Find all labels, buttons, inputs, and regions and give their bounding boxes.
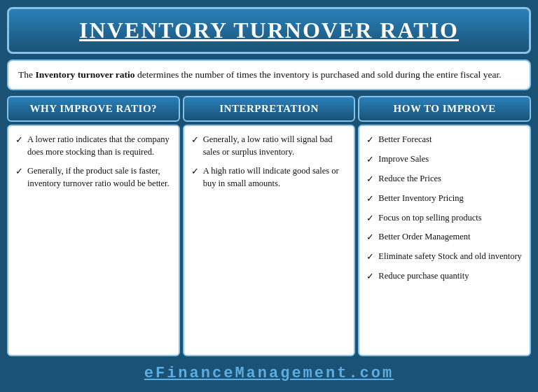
column-headers: WHY IMPROVE RATIO? INTERPRETATION HOW TO… [7,96,531,122]
list-item: ✓Reduce purchase quantity [366,270,523,284]
item-text: Better Forecast [378,133,523,146]
list-item: ✓ Generally, a low ratio will signal bad… [191,133,347,158]
col-body-interpretation: ✓ Generally, a low ratio will signal bad… [183,125,356,356]
title-box: INVENTORY TURNOVER RATIO [7,7,531,54]
checkmark-icon: ✓ [366,270,374,284]
item-text: Focus on top selling products [378,211,523,224]
list-item: ✓Better Forecast [366,133,523,147]
definition-box: The Inventory turnover ratio determines … [7,59,531,90]
item-text: Reduce the Prices [378,172,523,185]
list-item: ✓Focus on top selling products [366,211,523,225]
checkmark-icon: ✓ [366,153,374,167]
list-item: ✓ Generally, if the product sale is fast… [15,164,172,190]
item-text: Better Inventory Pricing [378,192,523,204]
columns-wrapper: WHY IMPROVE RATIO? INTERPRETATION HOW TO… [7,96,531,356]
col-body-howto: ✓Better Forecast✓Improve Sales✓Reduce th… [358,125,531,356]
col-body-why: ✓ A lower ratio indicates that the compa… [7,125,180,356]
col-header-interpretation: INTERPRETATION [183,96,356,122]
checkmark-icon: ✓ [366,251,374,264]
item-text: Better Order Management [378,230,523,243]
item-text: Generally, if the product sale is faster… [27,164,172,190]
list-item: ✓Eliminate safety Stock and old inventor… [366,250,523,264]
page-title: INVENTORY TURNOVER RATIO [16,18,522,43]
footer-text: eFinanceManagement.com [144,365,394,382]
item-text: A lower ratio indicates that the company… [27,133,172,158]
list-item: ✓ A high ratio will indicate good sales … [191,164,347,190]
list-item: ✓Improve Sales [366,153,523,167]
col-header-howto: HOW TO IMPROVE [358,96,531,122]
checkmark-icon: ✓ [15,165,23,178]
checkmark-icon: ✓ [366,192,374,206]
item-text: A high ratio will indicate good sales or… [203,164,347,190]
checkmark-icon: ✓ [191,134,199,147]
col-header-why: WHY IMPROVE RATIO? [7,96,180,122]
item-text: Generally, a low ratio will signal bad s… [203,133,347,158]
checkmark-icon: ✓ [366,212,374,225]
definition-text: The Inventory turnover ratio determines … [18,69,502,80]
item-text: Eliminate safety Stock and old inventory [378,250,523,262]
list-item: ✓Reduce the Prices [366,172,523,186]
checkmark-icon: ✓ [366,231,374,244]
checkmark-icon: ✓ [366,173,374,186]
list-item: ✓ A lower ratio indicates that the compa… [15,133,172,158]
checkmark-icon: ✓ [191,165,199,178]
item-text: Reduce purchase quantity [378,270,523,282]
checkmark-icon: ✓ [366,134,374,147]
checkmark-icon: ✓ [15,134,23,147]
item-text: Improve Sales [378,153,523,165]
list-item: ✓Better Order Management [366,230,523,244]
list-item: ✓Better Inventory Pricing [366,192,523,206]
footer: eFinanceManagement.com [7,360,531,385]
column-bodies: ✓ A lower ratio indicates that the compa… [7,125,531,356]
